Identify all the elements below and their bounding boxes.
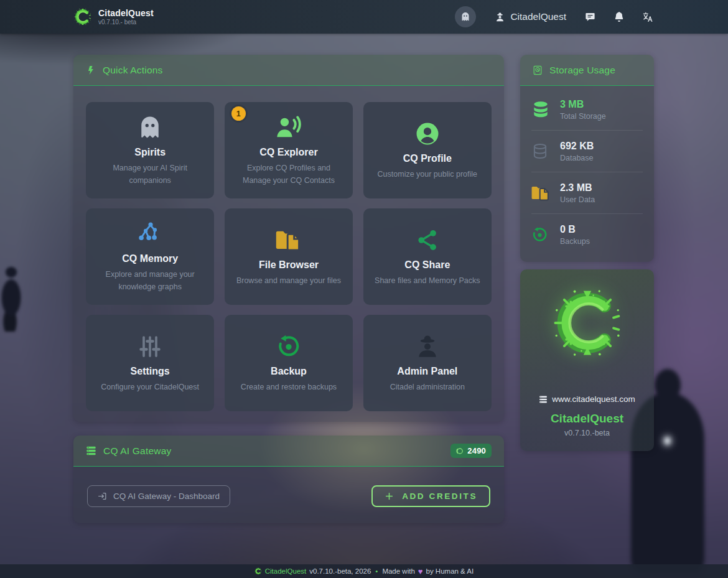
folder-file-icon [276,226,302,254]
background-person-silhouette-small [0,266,25,332]
heart-icon: ♥ [418,567,423,576]
admin-person-icon [495,12,505,22]
quick-action-card-cq-memory[interactable]: CQ Memory Explore and manage your knowle… [86,208,214,305]
bell-icon [614,12,624,22]
card-title: Settings [131,366,170,377]
quick-actions-grid: Spirits Manage your AI Spirit companions… [73,86,504,422]
translate-icon [643,12,653,22]
storage-title: Storage Usage [549,65,615,76]
storage-value: 2.3 MB [560,182,595,193]
card-subtitle: Configure your CitadelQuest [101,381,199,393]
card-subtitle: Explore and manage your knowledge graphs [94,269,206,293]
footer-separator: • [375,567,378,575]
credits-value: 2490 [467,446,486,455]
card-subtitle: Citadel administration [390,381,465,393]
admin-person-icon [414,333,441,360]
website-url: www.citadelquest.com [552,394,635,404]
storage-row-user-data: 2.3 MB User Data [531,172,643,213]
quick-action-card-spirits[interactable]: Spirits Manage your AI Spirit companions [86,102,214,198]
user-menu[interactable]: CitadelQuest [495,11,566,22]
footer-brand-link[interactable]: CitadelQuest [265,567,306,575]
gateway-title: CQ AI Gateway [103,445,171,457]
card-title: CQ Share [404,259,450,271]
quick-action-card-cq-share[interactable]: CQ Share Share files and Memory Packs [363,208,492,305]
quick-action-card-admin-panel[interactable]: Admin Panel Citadel administration [363,315,492,411]
card-subtitle: Manage your AI Spirit companions [94,162,206,187]
quick-action-card-settings[interactable]: Settings Configure your CitadelQuest [86,315,214,411]
notification-count-badge: 1 [231,106,246,121]
card-subtitle: Customize your public profile [378,169,478,180]
footer-version: v0.7.10.-beta, 2026 [309,567,371,575]
card-subtitle: Explore CQ Profiles and Manage your CQ C… [233,162,345,187]
add-credits-button[interactable]: ADD CREDITS [371,485,490,507]
footer: CitadelQuest v0.7.10.-beta, 2026 • Made … [0,564,728,578]
card-title: Admin Panel [397,366,457,377]
storage-usage-panel: Storage Usage 3 MB Total Storage 692 KB … [520,55,654,262]
spirits-nav-button[interactable] [455,6,476,27]
card-title: CQ Profile [403,153,452,164]
card-subtitle: Create and restore backups [241,381,337,393]
restore-icon [531,226,550,243]
storage-label: Backups [560,237,590,246]
card-title: Backup [271,366,307,377]
gateway-dashboard-button[interactable]: CQ AI Gateway - Dashboard [87,485,230,507]
footer-made-with: Made with [382,567,414,575]
credits-badge: 2490 [450,444,492,458]
gateway-body: CQ AI Gateway - Dashboard ADD CREDITS [73,467,504,523]
brand-version: v0.7.10.- beta [98,19,154,26]
gateway-header: CQ AI Gateway 2490 [73,436,504,467]
brand-name: CitadelQuest [98,8,154,18]
brand-home-link[interactable]: CitadelQuest v0.7.10.- beta [73,7,154,26]
server-icon [539,395,548,404]
citadelquest-logo-icon [73,7,92,26]
quick-action-card-file-browser[interactable]: File Browser Browse and manage your file… [225,208,353,305]
plus-icon [385,492,394,501]
quick-actions-title: Quick Actions [103,65,163,76]
ghost-icon [138,114,162,141]
storage-row-total: 3 MB Total Storage [531,89,643,130]
restore-icon [276,333,301,360]
person-broadcast-icon [276,114,302,141]
branding-version: v0.7.10.-beta [564,429,610,437]
share-icon [416,226,439,254]
storage-row-backups: 0 B Backups [531,213,643,255]
coins-icon [455,447,464,455]
website-link[interactable]: www.citadelquest.com [539,394,635,404]
branding-name: CitadelQuest [551,412,623,426]
quick-actions-header: Quick Actions [73,55,504,86]
storage-label: User Data [560,195,595,204]
branding-card: www.citadelquest.com CitadelQuest v0.7.1… [520,269,654,451]
storage-value: 3 MB [560,99,606,110]
storage-header: Storage Usage [520,55,654,86]
hdd-icon [533,65,543,75]
storage-label: Total Storage [560,112,606,121]
server-icon [86,445,96,456]
quick-action-card-cq-explorer[interactable]: 1 CQ Explorer Explore CQ Profiles and Ma… [225,102,353,198]
lightning-bolt-icon [86,65,96,75]
citadelquest-logo [550,286,625,360]
folder-file-icon [531,184,550,202]
quick-action-card-cq-profile[interactable]: CQ Profile Customize your public profile [363,102,492,198]
navbar: CitadelQuest v0.7.10.- beta CitadelQuest [0,0,728,34]
language-nav-button[interactable] [643,12,653,22]
storage-row-database: 692 KB Database [531,130,643,172]
citadelquest-logo-icon [254,567,262,575]
knowledge-graph-icon [137,220,163,248]
quick-action-card-backup[interactable]: Backup Create and restore backups [225,315,353,411]
add-credits-button-label: ADD CREDITS [402,492,477,501]
ghost-icon [460,12,470,22]
user-menu-label: CitadelQuest [510,11,566,22]
database-outline-icon [531,142,550,160]
footer-by: by Human & AI [426,567,474,575]
chat-nav-button[interactable] [585,12,595,22]
card-title: File Browser [259,259,319,271]
storage-value: 692 KB [560,141,594,152]
notifications-nav-button[interactable] [614,12,624,22]
storage-value: 0 B [560,224,590,235]
person-circle-icon [415,120,440,147]
storage-body: 3 MB Total Storage 692 KB Database 2.3 M… [520,86,654,262]
card-title: Spirits [134,147,166,158]
cq-ai-gateway-panel: CQ AI Gateway 2490 CQ AI Gateway - Dashb… [73,436,504,523]
quick-actions-panel: Quick Actions Spirits Manage your AI Spi… [73,55,504,422]
card-title: CQ Memory [122,253,178,264]
